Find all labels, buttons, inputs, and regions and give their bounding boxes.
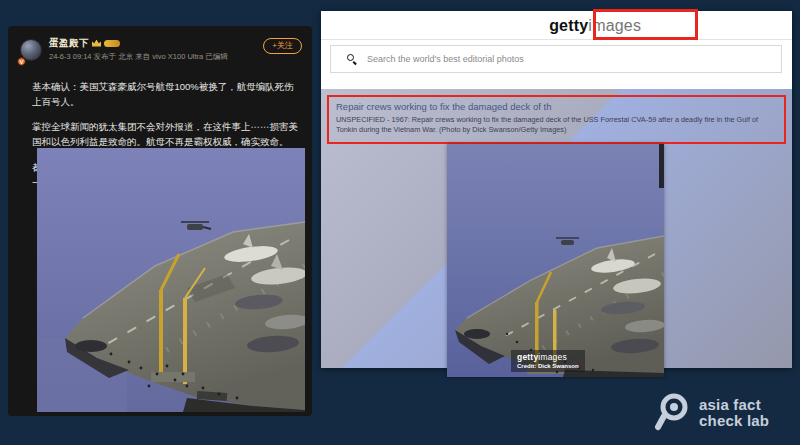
red-annotation-box-caption: Repair crews working to fix the damaged … bbox=[327, 95, 786, 144]
getty-watermark: gettyimages Credit: Dick Swanson bbox=[511, 350, 585, 372]
getty-logo-light: images bbox=[588, 17, 641, 34]
getty-logo-bold: getty bbox=[549, 17, 588, 34]
search-box bbox=[330, 45, 782, 73]
carrier-photo-illustration bbox=[447, 144, 664, 377]
fact-check-composite: V 蛋盈殿下 24-6-3 09:14 发布于 北京 来自 vivo X100 … bbox=[0, 0, 800, 445]
follow-button[interactable]: +关注 bbox=[263, 38, 302, 54]
post-paragraph-1: 基本确认：美国艾森豪威尔号航母100%被换了，航母编队死伤上百号人。 bbox=[32, 80, 298, 109]
search-input[interactable] bbox=[367, 54, 781, 64]
weibo-post-meta: 24-6-3 09:14 发布于 北京 来自 vivo X100 Ultra 已… bbox=[49, 52, 228, 62]
search-icon bbox=[347, 54, 357, 64]
magnifier-logo-icon bbox=[652, 391, 692, 435]
getty-logo[interactable]: gettyimages bbox=[549, 17, 641, 35]
verified-v-badge: V bbox=[17, 57, 26, 66]
getty-result-content: Repair crews working to fix the damaged … bbox=[321, 89, 792, 368]
watermark-credit: Credit: Dick Swanson bbox=[517, 363, 579, 369]
result-caption-text: UNSPECIFIED - 1967: Repair crews working… bbox=[336, 115, 777, 135]
weibo-carrier-photo[interactable] bbox=[37, 148, 305, 412]
asia-fact-check-lab-text: asia fact check lab bbox=[699, 397, 769, 429]
weibo-post-header: V 蛋盈殿下 24-6-3 09:14 发布于 北京 来自 vivo X100 … bbox=[15, 33, 305, 79]
asia-fact-check-lab-logo: asia fact check lab bbox=[652, 391, 769, 435]
post-paragraph-2: 掌控全球新闻的犹太集团不会对外报道，在这件事上⋯⋯损害美国和以色列利益是致命的。… bbox=[32, 120, 298, 149]
weibo-post-panel: V 蛋盈殿下 24-6-3 09:14 发布于 北京 来自 vivo X100 … bbox=[8, 26, 312, 416]
weibo-username[interactable]: 蛋盈殿下 bbox=[49, 37, 89, 50]
crown-icon bbox=[92, 40, 101, 47]
getty-header: gettyimages bbox=[321, 11, 792, 40]
getty-carrier-photo[interactable]: gettyimages Credit: Dick Swanson bbox=[447, 144, 664, 377]
carrier-photo-illustration bbox=[37, 148, 305, 412]
vip-level-badge-icon bbox=[104, 40, 120, 47]
getty-search-area bbox=[321, 41, 792, 89]
getty-images-panel: gettyimages Repair crews working to fix … bbox=[321, 11, 792, 368]
result-title-link[interactable]: Repair crews working to fix the damaged … bbox=[336, 101, 777, 112]
